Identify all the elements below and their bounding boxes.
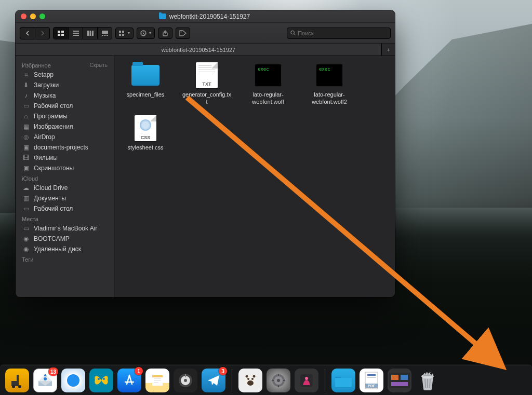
svg-point-46	[251, 378, 254, 380]
close-window-button[interactable]	[21, 13, 26, 19]
svg-point-22	[291, 31, 294, 34]
dock-item-mail[interactable]: 13	[33, 369, 57, 392]
sidebar-item[interactable]: ♪Музыка	[16, 90, 114, 101]
file-grid: specimen_filesTXTgenerator_config.txtexe…	[121, 62, 389, 151]
dock-item-pdf[interactable]: PDF	[360, 369, 383, 392]
dock-item-safari[interactable]	[61, 369, 85, 392]
svg-point-30	[67, 374, 79, 387]
new-tab-button[interactable]: +	[381, 44, 395, 56]
airdrop-icon: ◎	[22, 133, 30, 141]
sidebar-item[interactable]: ▦Изображения	[16, 121, 114, 132]
file-item[interactable]: TXTgenerator_config.txt	[182, 62, 232, 106]
svg-rect-24	[17, 375, 19, 386]
action-menu-button[interactable]: ▾	[137, 28, 155, 39]
sidebar[interactable]: ИзбранноеСкрыть⌗Setapp⬇Загрузки♪Музыка▭Р…	[16, 56, 114, 297]
svg-rect-0	[58, 31, 60, 33]
sidebar-item[interactable]: 🎞Фильмы	[16, 153, 114, 163]
sidebar-item[interactable]: ⌂Программы	[16, 111, 114, 121]
sidebar-item-label: iCloud Drive	[34, 184, 68, 192]
sidebar-item[interactable]: ▭Рабочий стол	[16, 203, 114, 214]
svg-rect-6	[73, 35, 79, 36]
view-mode-segmented	[53, 27, 112, 39]
sidebar-item[interactable]: ◉Удаленный диск	[16, 244, 114, 254]
svg-point-26	[18, 385, 21, 388]
titlebar[interactable]: webfontkit-20190514-151927	[16, 10, 395, 23]
dock-item-logic[interactable]	[174, 369, 197, 392]
sidebar-item[interactable]: ◉BOOTCAMP	[16, 234, 114, 244]
sidebar-item[interactable]: ▣documents-projects	[16, 142, 114, 153]
svg-rect-15	[122, 31, 124, 33]
sidebar-section-title: Места	[22, 216, 38, 222]
svg-rect-11	[102, 35, 103, 36]
svg-rect-65	[391, 375, 398, 380]
dock-item-butterfly[interactable]	[89, 369, 113, 392]
exec-file-icon: exec	[314, 62, 345, 88]
sidebar-item-label: Фильмы	[34, 154, 58, 161]
dock-item-cleaner[interactable]	[295, 369, 318, 392]
sidebar-item[interactable]: ▥Документы	[16, 193, 114, 203]
dock-separator	[325, 369, 325, 392]
exec-file-icon: exec	[252, 62, 284, 88]
dock-item-forklift[interactable]	[5, 369, 29, 392]
sidebar-item[interactable]: ▣Скриншотоны	[16, 163, 114, 173]
sidebar-item-label: Скриншотоны	[34, 165, 74, 172]
view-gallery-button[interactable]	[97, 28, 112, 39]
download-icon: ⬇	[22, 81, 30, 89]
finder-window: webfontkit-20190514-151927	[16, 10, 395, 297]
view-list-button[interactable]	[68, 28, 83, 39]
desktop-icon: ▭	[22, 102, 30, 110]
tab-current[interactable]: webfontkit-20190514-151927	[16, 44, 381, 56]
arrange-button[interactable]: ▾	[115, 28, 134, 39]
view-icons-button[interactable]	[54, 28, 68, 39]
svg-rect-66	[401, 375, 408, 380]
sidebar-item[interactable]: ⌗Setapp	[16, 70, 114, 80]
sidebar-item[interactable]: ◎AirDrop	[16, 132, 114, 142]
folder-icon	[159, 13, 166, 19]
sidebar-item-label: Документы	[34, 195, 66, 202]
dock-item-folder[interactable]	[331, 369, 355, 392]
sidebar-item-label: Vladimir's MacBook Air	[34, 225, 97, 232]
back-button[interactable]	[20, 28, 35, 39]
svg-rect-5	[73, 33, 79, 34]
file-item[interactable]: execlato-regular-webfont.woff2	[304, 62, 354, 106]
tags-button[interactable]	[176, 28, 190, 39]
zoom-window-button[interactable]	[39, 13, 45, 19]
disk-icon: ◉	[22, 246, 30, 253]
svg-rect-67	[391, 382, 408, 386]
share-button[interactable]	[158, 28, 172, 39]
svg-rect-63	[367, 377, 376, 378]
sidebar-hide-button[interactable]: Скрыть	[90, 62, 108, 69]
sidebar-item[interactable]: ▭Vladimir's MacBook Air	[16, 223, 114, 234]
sidebar-item[interactable]: ☁iCloud Drive	[16, 183, 114, 193]
dock-item-syspref[interactable]	[267, 369, 290, 392]
minimize-window-button[interactable]	[30, 13, 36, 19]
sidebar-item-label: Рабочий стол	[34, 205, 73, 212]
view-columns-button[interactable]	[83, 28, 97, 39]
dock-item-bear[interactable]	[238, 369, 262, 392]
file-content-area[interactable]: specimen_filesTXTgenerator_config.txtexe…	[114, 56, 395, 297]
file-item[interactable]: execlato-regular-webfont.woff	[243, 62, 293, 106]
dock-item-trash[interactable]	[416, 369, 440, 392]
dock-item-telegram[interactable]: 3	[202, 369, 225, 392]
sidebar-section-title: Избранное	[22, 62, 51, 69]
tab-bar: webfontkit-20190514-151927 +	[16, 44, 395, 56]
dock-item-appstore[interactable]: 1	[117, 369, 141, 392]
sidebar-section-header: ИзбранноеСкрыть	[16, 60, 114, 70]
sidebar-item[interactable]: ⬇Загрузки	[16, 80, 114, 90]
folder-icon: ▣	[22, 165, 30, 172]
dock-item-screenshot[interactable]	[388, 369, 411, 392]
file-item[interactable]: specimen_files	[121, 62, 170, 106]
file-item[interactable]: CSSstylesheet.css	[121, 115, 170, 152]
sidebar-item-label: Загрузки	[34, 81, 59, 89]
dock-item-notes[interactable]	[145, 369, 169, 392]
svg-rect-4	[73, 31, 79, 32]
search-input[interactable]	[298, 30, 387, 36]
forward-button[interactable]	[35, 28, 49, 39]
sidebar-item[interactable]: ▭Рабочий стол	[16, 101, 114, 111]
window-title: webfontkit-20190514-151927	[45, 13, 364, 20]
search-field[interactable]	[287, 28, 391, 39]
svg-point-45	[247, 378, 249, 380]
svg-rect-13	[107, 35, 108, 36]
dock: 1313PDF	[0, 359, 532, 395]
svg-point-25	[12, 385, 15, 388]
